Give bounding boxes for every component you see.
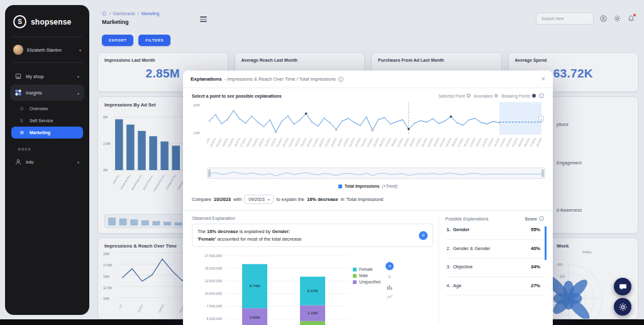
- explanation-row-gender[interactable]: 1. Gender 55%: [445, 221, 544, 240]
- compare-text: to explain the: [276, 197, 304, 202]
- breaking-point: [305, 112, 308, 115]
- rank: 1.: [447, 227, 450, 232]
- x-tick: 03/2021: [158, 303, 165, 313]
- chevron-down-icon: ▾: [77, 160, 79, 164]
- legend-item: Engagement: [557, 161, 582, 165]
- account-icon[interactable]: [599, 14, 608, 23]
- breadcrumb-separator: /: [138, 11, 139, 16]
- bar: [138, 131, 146, 170]
- menu-toggle-icon[interactable]: [200, 16, 207, 23]
- explanation-name: Objective: [453, 264, 511, 271]
- y-tick: 15,000,000: [204, 266, 222, 270]
- selected-point: [408, 128, 409, 130]
- x-tick: FallSale2022-Se...: [153, 173, 167, 192]
- rank: 2.: [447, 246, 450, 251]
- sidebar-item-insights[interactable]: Insights ▴: [10, 84, 84, 101]
- kpi-title: Purchases From Ad Last Month: [378, 58, 495, 62]
- bar-toggle-icon[interactable]: [386, 283, 393, 290]
- brush-handle-left[interactable]: [208, 169, 211, 177]
- filters-button[interactable]: FILTERS: [138, 35, 170, 46]
- list-toggle-icon[interactable]: ≡: [386, 273, 393, 280]
- compare-text: Compare: [192, 197, 211, 202]
- sidebar-item-label: My shop: [26, 74, 73, 79]
- explanation-score: 40%: [531, 246, 540, 251]
- chevron-up-icon: ▴: [77, 91, 79, 95]
- scatter-toggle-icon[interactable]: ≡: [386, 262, 394, 270]
- stacked-chart-area: 17,500,00015,000,00012,500,00010,000,000…: [192, 251, 433, 325]
- y-tick: 5M: [103, 115, 108, 119]
- bar: [160, 142, 169, 170]
- compare-delta: 16% decrease: [307, 197, 338, 202]
- export-button[interactable]: EXPORT: [102, 35, 133, 46]
- sidebar-item-info[interactable]: Info ▾: [10, 154, 84, 170]
- sidebar: S shopsense Elizabeth Stanton ▾ My shop …: [5, 5, 89, 315]
- brush-handle-right[interactable]: [541, 169, 544, 177]
- settings-gear-icon[interactable]: [613, 14, 621, 23]
- home-icon[interactable]: [102, 11, 107, 16]
- breadcrumb-dashboards[interactable]: Dashboards: [113, 11, 135, 16]
- chart-scroll-right[interactable]: ›: [538, 116, 544, 122]
- sidebar-item-label: Info: [26, 159, 73, 165]
- breaking-point-dot: [532, 94, 536, 98]
- legend-item: ptions: [557, 122, 569, 127]
- line-toggle-icon[interactable]: [386, 294, 393, 300]
- search-input[interactable]: [540, 16, 589, 21]
- info-person-icon: [15, 159, 21, 165]
- modal-body: Select a point to see possible explanati…: [183, 88, 553, 325]
- explanation-score: 27%: [531, 283, 540, 288]
- series-color-swatch: [338, 185, 342, 188]
- kpi-title: Average Spend: [515, 58, 632, 62]
- timeline-chart-area: 20M 12M 01/202102/202103/202104/202105/2…: [192, 102, 544, 165]
- user-menu[interactable]: Elizabeth Stanton ▾: [5, 37, 89, 62]
- bar: [115, 119, 123, 170]
- info-icon[interactable]: i: [539, 93, 544, 98]
- x-tick: BackToSchool-...: [142, 173, 155, 190]
- info-icon[interactable]: i: [539, 216, 544, 221]
- close-icon[interactable]: ×: [541, 76, 545, 83]
- observed-explanation-panel: Observed Explanation The 16% decrease is…: [192, 216, 438, 325]
- breadcrumb: / Dashboards / Marketing: [102, 11, 159, 16]
- breaking-point: [450, 115, 452, 118]
- x-tick: CyberMonday-De...: [113, 173, 121, 193]
- timeline-brush-chart: [208, 168, 545, 181]
- explanation-row-objective[interactable]: 3. Objective 34%: [445, 258, 544, 277]
- y-tick: 17.5M: [103, 263, 112, 267]
- compare-month-select[interactable]: 09/2023 ▾: [244, 195, 274, 204]
- sidebar-item-overview[interactable]: O Overview: [11, 103, 83, 115]
- explanation-chart-badge[interactable]: ≡: [419, 231, 428, 240]
- trend-note: (+Trend): [382, 184, 397, 188]
- anomaly-point: [371, 129, 374, 132]
- info-icon[interactable]: i: [338, 77, 343, 82]
- scrollbar[interactable]: [545, 226, 547, 260]
- sidebar-item-my-shop[interactable]: My shop ▾: [10, 68, 84, 84]
- chevron-down-icon: ▾: [268, 198, 270, 202]
- gender-stacked-bar-chart[interactable]: 17,500,00015,000,00012,500,00010,000,000…: [192, 251, 350, 325]
- score-label: Score: [525, 217, 537, 221]
- panel-heading: Observed Explanation: [192, 216, 433, 220]
- explanations-modal: Explanations - Impressions & Reach Over …: [183, 71, 553, 325]
- explanation-row-age[interactable]: 4. Age 27%: [445, 277, 544, 296]
- notifications-bell-icon[interactable]: [626, 14, 635, 23]
- y-tick: 20M: [103, 252, 109, 256]
- legend-label: Anomalies: [474, 94, 492, 98]
- x-tick: 02/2021: [136, 303, 144, 313]
- brush-svg: [208, 168, 545, 178]
- stack-segment: [300, 321, 325, 325]
- day-label: friday: [582, 250, 592, 254]
- sidebar-item-marketing[interactable]: M Marketing: [11, 127, 83, 139]
- sidebar-item-self-service[interactable]: S Self Service: [11, 115, 83, 127]
- settings-fab-button[interactable]: [614, 298, 631, 316]
- breadcrumb-marketing[interactable]: Marketing: [142, 11, 160, 16]
- chat-fab-button[interactable]: [614, 278, 631, 295]
- modal-instruction: Select a point to see possible explanati…: [192, 94, 282, 98]
- explanation-score: 55%: [531, 227, 540, 232]
- search-box[interactable]: [536, 13, 594, 25]
- timeline-brush[interactable]: [207, 168, 545, 179]
- explanation-row-gender-gender[interactable]: 2. Gender & Gender 40%: [445, 240, 544, 259]
- y-tick: 5,000,000: [207, 317, 222, 321]
- legend-label: Unspecified: [359, 280, 380, 284]
- y-tick: 10,000,000: [204, 292, 222, 295]
- legend-item: d Awareness: [557, 208, 582, 212]
- breadcrumb-separator: /: [109, 11, 111, 16]
- timeline-line-chart[interactable]: 01/202102/202103/202104/202105/202106/20…: [207, 102, 544, 165]
